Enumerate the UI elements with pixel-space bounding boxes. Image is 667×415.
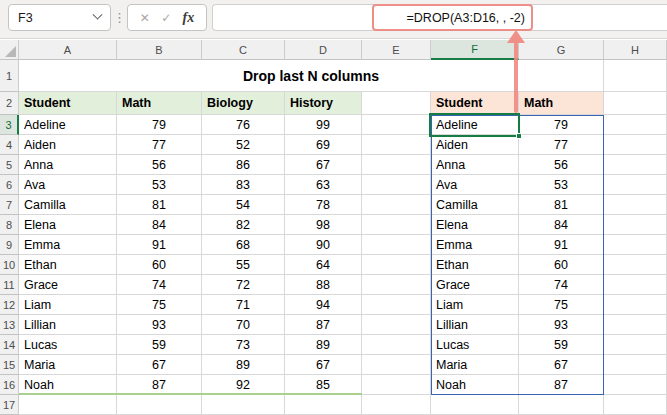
cell-B14[interactable]: 59	[117, 335, 202, 355]
row-header-7[interactable]: 7	[0, 195, 19, 215]
cell-C12[interactable]: 71	[202, 295, 285, 315]
fill-handle[interactable]	[516, 133, 522, 139]
cell-H9[interactable]	[604, 235, 667, 255]
cell-G7[interactable]: 81	[519, 195, 604, 215]
cell-F5[interactable]: Anna	[431, 155, 519, 175]
cell-B5[interactable]: 56	[117, 155, 202, 175]
cell-G8[interactable]: 84	[519, 215, 604, 235]
cell-D11[interactable]: 88	[285, 275, 362, 295]
row-header-11[interactable]: 11	[0, 275, 19, 295]
row-header-14[interactable]: 14	[0, 335, 19, 355]
cell-B12[interactable]: 75	[117, 295, 202, 315]
cell-B9[interactable]: 91	[117, 235, 202, 255]
cell-A2[interactable]: Student	[19, 92, 117, 115]
cell-B17[interactable]	[117, 395, 202, 415]
row-header-3[interactable]: 3	[0, 115, 19, 135]
row-header-12[interactable]: 12	[0, 295, 19, 315]
cell-C4[interactable]: 52	[202, 135, 285, 155]
cell-H2[interactable]	[604, 92, 667, 115]
cell-G12[interactable]: 75	[519, 295, 604, 315]
cell-B11[interactable]: 74	[117, 275, 202, 295]
cell-D16[interactable]: 85	[285, 375, 362, 395]
cell-C9[interactable]: 68	[202, 235, 285, 255]
cell-G16[interactable]: 87	[519, 375, 604, 395]
cell-C11[interactable]: 72	[202, 275, 285, 295]
cell-A10[interactable]: Ethan	[19, 255, 117, 275]
cell-F12[interactable]: Liam	[431, 295, 519, 315]
cell-G10[interactable]: 60	[519, 255, 604, 275]
cell-F2[interactable]: Student	[431, 92, 519, 115]
column-header-E[interactable]: E	[362, 40, 431, 60]
row-header-6[interactable]: 6	[0, 175, 19, 195]
cell-H1[interactable]	[604, 60, 667, 92]
cell-A8[interactable]: Elena	[19, 215, 117, 235]
cell-C13[interactable]: 70	[202, 315, 285, 335]
insert-function-icon[interactable]: fx	[183, 10, 195, 26]
cell-E7[interactable]	[362, 195, 431, 215]
cell-E12[interactable]	[362, 295, 431, 315]
cell-G15[interactable]: 67	[519, 355, 604, 375]
cell-A17[interactable]	[19, 395, 117, 415]
cell-G4[interactable]: 77	[519, 135, 604, 155]
cell-G6[interactable]: 53	[519, 175, 604, 195]
cell-F10[interactable]: Ethan	[431, 255, 519, 275]
cell-F11[interactable]: Grace	[431, 275, 519, 295]
cell-E3[interactable]	[362, 115, 431, 135]
cell-D9[interactable]: 90	[285, 235, 362, 255]
cell-D5[interactable]: 67	[285, 155, 362, 175]
cell-H16[interactable]	[604, 375, 667, 395]
cell-A12[interactable]: Liam	[19, 295, 117, 315]
cell-C6[interactable]: 83	[202, 175, 285, 195]
cell-F14[interactable]: Lucas	[431, 335, 519, 355]
cell-A14[interactable]: Lucas	[19, 335, 117, 355]
column-header-H[interactable]: H	[604, 40, 667, 60]
cell-H10[interactable]	[604, 255, 667, 275]
cell-B16[interactable]: 87	[117, 375, 202, 395]
cell-A15[interactable]: Maria	[19, 355, 117, 375]
row-header-8[interactable]: 8	[0, 215, 19, 235]
cell-B4[interactable]: 77	[117, 135, 202, 155]
cell-H17[interactable]	[604, 395, 667, 415]
cell-F17[interactable]	[431, 395, 519, 415]
cell-D7[interactable]: 78	[285, 195, 362, 215]
cell-D15[interactable]: 67	[285, 355, 362, 375]
cell-F16[interactable]: Noah	[431, 375, 519, 395]
cell-G14[interactable]: 59	[519, 335, 604, 355]
cell-H13[interactable]	[604, 315, 667, 335]
row-header-2[interactable]: 2	[0, 92, 19, 115]
cell-G17[interactable]	[519, 395, 604, 415]
column-header-F[interactable]: F	[431, 40, 519, 60]
cell-F9[interactable]: Emma	[431, 235, 519, 255]
cell-B8[interactable]: 84	[117, 215, 202, 235]
cancel-icon[interactable]: ✕	[140, 11, 150, 25]
cell-H3[interactable]	[604, 115, 667, 135]
cell-F3[interactable]: Adeline	[431, 115, 519, 135]
cell-B6[interactable]: 53	[117, 175, 202, 195]
cell-E2[interactable]	[362, 92, 431, 115]
cell-H12[interactable]	[604, 295, 667, 315]
row-header-16[interactable]: 16	[0, 375, 19, 395]
cell-B10[interactable]: 60	[117, 255, 202, 275]
cell-E17[interactable]	[362, 395, 431, 415]
cell-E13[interactable]	[362, 315, 431, 335]
cell-D6[interactable]: 63	[285, 175, 362, 195]
cell-C3[interactable]: 76	[202, 115, 285, 135]
cell-H7[interactable]	[604, 195, 667, 215]
row-header-13[interactable]: 13	[0, 315, 19, 335]
cell-H11[interactable]	[604, 275, 667, 295]
cell-B13[interactable]: 93	[117, 315, 202, 335]
cell-F6[interactable]: Ava	[431, 175, 519, 195]
cell-A9[interactable]: Emma	[19, 235, 117, 255]
cell-D12[interactable]: 94	[285, 295, 362, 315]
cell-A7[interactable]: Camilla	[19, 195, 117, 215]
cell-G11[interactable]: 74	[519, 275, 604, 295]
cell-G3[interactable]: 79	[519, 115, 604, 135]
row-header-9[interactable]: 9	[0, 235, 19, 255]
cell-G2[interactable]: Math	[519, 92, 604, 115]
cell-H15[interactable]	[604, 355, 667, 375]
column-header-G[interactable]: G	[519, 40, 604, 60]
cell-C2[interactable]: Biology	[202, 92, 285, 115]
cell-B3[interactable]: 79	[117, 115, 202, 135]
cell-D3[interactable]: 99	[285, 115, 362, 135]
cell-B7[interactable]: 81	[117, 195, 202, 215]
